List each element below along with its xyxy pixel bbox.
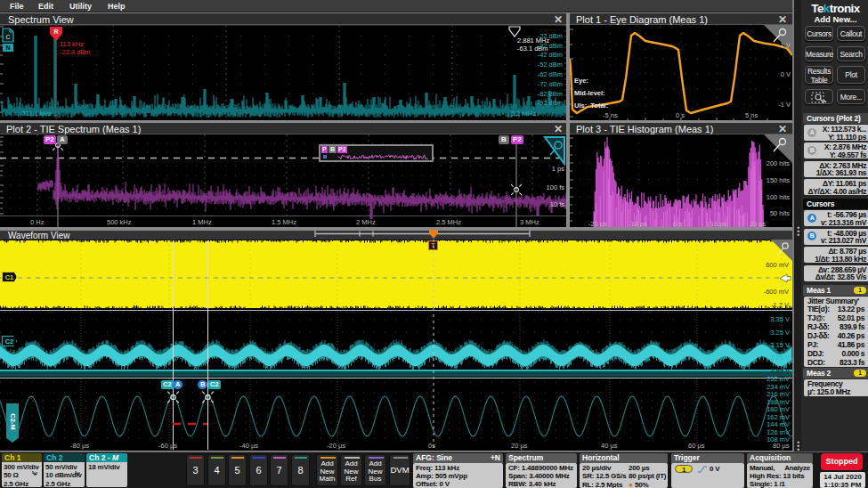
svg-text:R: R (53, 28, 58, 35)
svg-text:C: C (5, 34, 10, 40)
